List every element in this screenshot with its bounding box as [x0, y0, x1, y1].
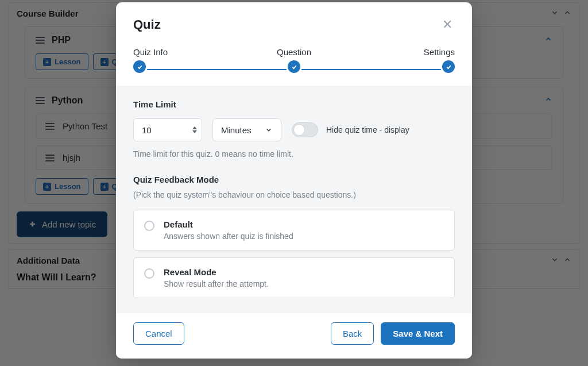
step-check-icon	[442, 60, 455, 73]
modal-overlay: Quiz ✕ Quiz Info Question Settings	[0, 0, 588, 366]
feedback-option-reveal[interactable]: Reveal Mode Show result after the attemp…	[133, 257, 455, 298]
time-limit-row: Minutes Hide quiz time - display	[133, 118, 455, 141]
feedback-mode-sub: (Pick the quiz system"s behaviour on cho…	[133, 190, 455, 199]
modal-title: Quiz	[133, 17, 161, 32]
time-limit-help: Time limit for this quiz. 0 means no tim…	[133, 149, 455, 159]
modal-header: Quiz ✕	[116, 2, 472, 39]
modal-body: Time Limit Minutes H	[116, 86, 472, 313]
number-spinner[interactable]	[192, 126, 197, 133]
feedback-option-default[interactable]: Default Answers shown after quiz is fini…	[133, 210, 455, 251]
modal-footer: Cancel Back Save & Next	[116, 313, 472, 359]
option-desc: Answers shown after quiz is finished	[164, 232, 293, 241]
select-value: Minutes	[221, 125, 252, 135]
stepper: Quiz Info Question Settings	[133, 47, 455, 73]
option-label: Default	[164, 219, 293, 229]
option-desc: Show result after the attempt.	[164, 279, 269, 288]
step-check-icon	[288, 60, 300, 73]
step-settings[interactable]: Settings	[403, 47, 455, 73]
hide-time-toggle[interactable]	[292, 122, 318, 137]
spinner-up-icon[interactable]	[192, 126, 197, 129]
save-next-button[interactable]: Save & Next	[381, 322, 455, 345]
toggle-knob	[293, 124, 305, 136]
radio-icon[interactable]	[144, 268, 154, 279]
chevron-down-icon	[265, 126, 273, 134]
option-label: Reveal Mode	[164, 267, 269, 277]
time-limit-input-wrap[interactable]	[133, 118, 202, 141]
step-label: Question	[277, 47, 311, 57]
feedback-mode-label: Quiz Feedback Mode	[133, 175, 455, 184]
hide-time-toggle-wrap: Hide quiz time - display	[292, 122, 409, 137]
step-question[interactable]: Question	[268, 47, 320, 73]
radio-info: Default Answers shown after quiz is fini…	[164, 219, 293, 241]
toggle-label: Hide quiz time - display	[326, 125, 409, 134]
step-label: Quiz Info	[133, 47, 168, 57]
cancel-button[interactable]: Cancel	[133, 322, 184, 345]
time-limit-label: Time Limit	[133, 99, 455, 109]
quiz-modal: Quiz ✕ Quiz Info Question Settings	[116, 2, 472, 359]
back-button[interactable]: Back	[331, 322, 374, 345]
radio-icon[interactable]	[144, 221, 154, 231]
close-icon[interactable]: ✕	[440, 16, 455, 33]
spinner-down-icon[interactable]	[192, 130, 197, 133]
time-limit-input[interactable]	[142, 125, 185, 135]
step-check-icon	[133, 60, 146, 73]
step-label: Settings	[424, 47, 455, 57]
step-quiz-info[interactable]: Quiz Info	[133, 47, 185, 73]
radio-info: Reveal Mode Show result after the attemp…	[164, 267, 269, 288]
footer-right: Back Save & Next	[331, 322, 455, 345]
time-unit-select[interactable]: Minutes	[212, 118, 281, 141]
